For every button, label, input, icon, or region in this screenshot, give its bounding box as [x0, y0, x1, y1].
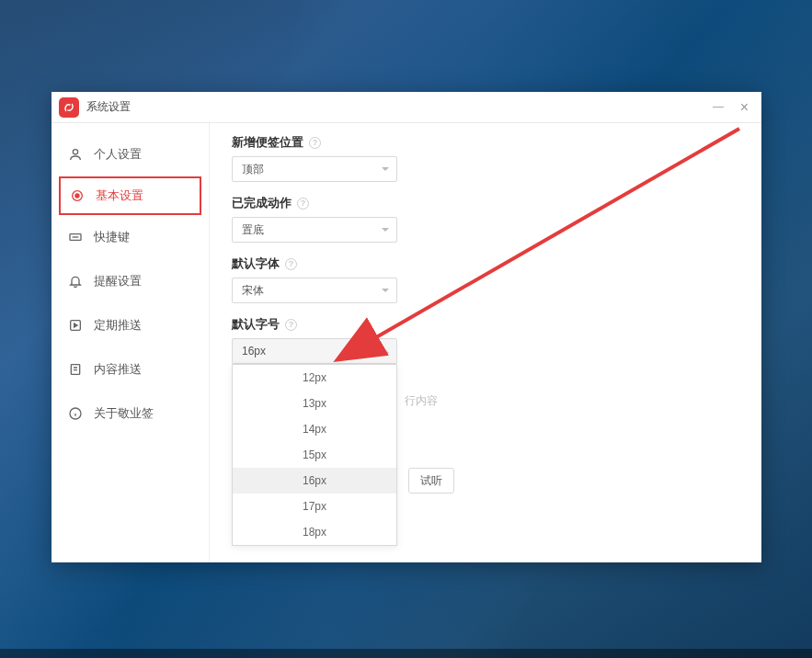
sidebar-label: 基本设置	[96, 187, 143, 204]
dropdown-option[interactable]: 14px	[233, 416, 396, 442]
sidebar-item-reminder[interactable]: 提醒设置	[51, 259, 209, 303]
svg-point-2	[75, 194, 79, 198]
font-size-dropdown: 12px 13px 14px 15px 16px 17px 18px	[232, 364, 397, 546]
sidebar: 个人设置 基本设置 快捷键 提醒设置	[51, 123, 210, 562]
caret-down-icon	[382, 228, 389, 232]
select-value: 置底	[242, 222, 264, 238]
taskbar	[0, 649, 812, 658]
dropdown-option[interactable]: 12px	[233, 365, 396, 391]
minimize-button[interactable]	[713, 107, 724, 108]
sidebar-item-about[interactable]: 关于敬业签	[51, 391, 209, 436]
sidebar-label: 快捷键	[94, 229, 130, 245]
new-note-position-select[interactable]: 顶部	[232, 156, 397, 182]
sidebar-label: 提醒设置	[94, 273, 142, 289]
field-label-completed-action: 已完成动作 ?	[232, 195, 739, 211]
titlebar: 系统设置 ×	[51, 92, 761, 123]
field-label-default-font: 默认字体 ?	[232, 255, 739, 272]
scrollbar[interactable]	[760, 127, 761, 559]
select-value: 顶部	[242, 162, 264, 177]
sidebar-item-shortcuts[interactable]: 快捷键	[51, 215, 209, 259]
select-value: 16px	[242, 345, 266, 357]
info-icon	[68, 406, 83, 421]
caret-down-icon	[382, 167, 389, 171]
sidebar-item-contentpush[interactable]: 内容推送	[51, 347, 209, 391]
app-icon	[59, 97, 79, 118]
sidebar-label: 定期推送	[94, 317, 142, 334]
svg-point-0	[73, 150, 77, 154]
caret-up-icon	[382, 349, 389, 353]
default-font-size-select[interactable]: 16px	[232, 338, 397, 364]
field-label-new-note-position: 新增便签位置 ?	[232, 134, 739, 151]
default-font-select[interactable]: 宋体	[232, 278, 397, 303]
help-icon[interactable]: ?	[285, 319, 297, 331]
content-area: 新增便签位置 ? 顶部 已完成动作 ? 置底	[210, 123, 761, 562]
caret-down-icon	[382, 289, 389, 292]
help-icon[interactable]: ?	[297, 198, 309, 210]
target-icon	[70, 188, 85, 203]
help-icon[interactable]: ?	[285, 258, 297, 270]
person-icon	[68, 147, 83, 162]
dropdown-option[interactable]: 13px	[233, 391, 396, 416]
select-value: 宋体	[242, 283, 264, 299]
dropdown-option[interactable]: 18px	[233, 519, 396, 545]
sidebar-label: 个人设置	[94, 146, 142, 163]
sidebar-label: 内容推送	[94, 361, 142, 378]
sidebar-item-personal[interactable]: 个人设置	[51, 132, 209, 176]
file-icon	[68, 362, 83, 377]
sidebar-item-basic[interactable]: 基本设置	[59, 176, 201, 215]
play-icon	[68, 318, 83, 333]
field-label-default-font-size: 默认字号 ?	[232, 316, 739, 333]
dropdown-option-selected[interactable]: 16px	[233, 468, 396, 493]
window-title: 系统设置	[86, 99, 713, 115]
sidebar-label: 关于敬业签	[94, 405, 154, 422]
dropdown-option[interactable]: 17px	[233, 493, 396, 519]
bell-icon	[68, 274, 83, 289]
settings-window: 系统设置 × 个人设置 基本设置 快捷	[51, 92, 761, 562]
listen-button[interactable]: 试听	[408, 468, 454, 493]
sidebar-item-scheduled[interactable]: 定期推送	[51, 303, 209, 347]
completed-action-select[interactable]: 置底	[232, 217, 397, 243]
close-button[interactable]: ×	[740, 99, 749, 116]
keyboard-icon	[68, 230, 83, 244]
dropdown-option[interactable]: 15px	[233, 442, 396, 468]
help-icon[interactable]: ?	[309, 137, 321, 149]
hint-text: 行内容	[405, 393, 438, 409]
